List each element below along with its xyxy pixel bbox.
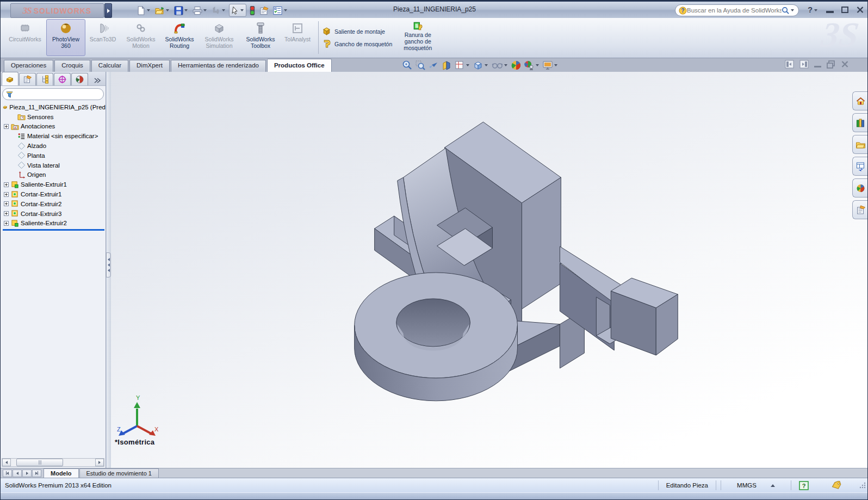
collapse-left-icon[interactable]: [785, 60, 794, 69]
tree-item-saliente-extruir2[interactable]: Saliente-Extruir2: [3, 219, 106, 229]
zoom-to-fit-icon[interactable]: [402, 60, 413, 71]
panel-splitter[interactable]: [107, 72, 111, 468]
window-controls: ?: [808, 5, 864, 14]
tree-item-material[interactable]: Material <sin especificar>: [3, 131, 106, 141]
solidworks-motion-button[interactable]: SolidWorks Motion: [120, 19, 162, 56]
display-manager-tab[interactable]: [71, 73, 88, 85]
tab-herramientas-renderizado[interactable]: Herramientas de renderizado: [171, 60, 266, 72]
scroll-left-arrow[interactable]: [2, 459, 11, 466]
tag-icon[interactable]: [830, 481, 842, 490]
help-icon[interactable]: ?: [808, 5, 819, 14]
tree-filter-box[interactable]: [2, 88, 104, 100]
solidworks-toolbox-button[interactable]: SolidWorks Toolbox: [241, 19, 280, 56]
minimize-button[interactable]: [826, 11, 834, 13]
design-library-tab[interactable]: [852, 113, 868, 132]
help-search-box[interactable]: ?: [675, 4, 799, 16]
saliente-de-montaje-button[interactable]: Saliente de montaje: [322, 27, 392, 36]
property-manager-tab[interactable]: [19, 73, 36, 85]
expand-toggle[interactable]: [4, 124, 9, 129]
display-style-icon[interactable]: [473, 60, 489, 71]
feature-tree-tab[interactable]: [2, 72, 18, 85]
search-options-caret[interactable]: [791, 9, 794, 11]
tree-item-saliente-extruir1[interactable]: Saliente-Extruir1: [3, 180, 106, 189]
view-orientation-icon[interactable]: [454, 60, 470, 71]
custom-properties-tab[interactable]: [852, 200, 868, 219]
motion-study-tab[interactable]: Estudio de movimiento 1: [79, 468, 159, 478]
photoview-360-button[interactable]: PhotoView 360: [46, 19, 85, 56]
part-3d-model[interactable]: [111, 72, 868, 468]
feature-tree: Pieza_11_INGENIERIA_p25 (Pred Sensores A…: [1, 102, 106, 231]
tree-item-anotaciones[interactable]: A Anotaciones: [3, 122, 106, 132]
tab-dimxpert[interactable]: DimXpert: [129, 60, 170, 72]
tree-item-cortar-extruir3[interactable]: Cortar-Extruir3: [3, 209, 106, 219]
tree-item-alzado[interactable]: Alzado: [3, 141, 106, 151]
ranura-gancho-mosqueton-label: Ranura de gancho de mosquetón: [398, 32, 438, 51]
scroll-right-arrow[interactable]: [95, 459, 104, 466]
office-products-toolbar: CircuitWorks PhotoView 360 ScanTo3D Soli…: [1, 18, 868, 58]
tolanalyst-button[interactable]: TolAnalyst: [280, 19, 315, 56]
previous-tab-button[interactable]: [13, 470, 22, 477]
solidworks-simulation-button[interactable]: SolidWorks Simulation: [197, 19, 241, 56]
model-tab[interactable]: Modelo: [44, 468, 79, 478]
solidworks-toolbox-icon: [255, 22, 266, 35]
solidworks-routing-button[interactable]: SolidWorks Routing: [162, 19, 197, 56]
tab-calcular[interactable]: Calcular: [91, 60, 128, 72]
first-tab-button[interactable]: [3, 470, 12, 477]
doc-minimize-button[interactable]: [814, 66, 821, 67]
doc-restore-button[interactable]: [827, 60, 835, 69]
ranura-gancho-mosqueton-icon: [413, 21, 423, 31]
section-view-icon[interactable]: [441, 60, 452, 71]
zoom-to-area-icon[interactable]: [415, 60, 426, 71]
doc-close-button[interactable]: [841, 60, 849, 68]
tree-item-vista-lateral[interactable]: Vista lateral: [3, 161, 106, 170]
next-tab-button[interactable]: [22, 470, 32, 477]
tab-productos-office[interactable]: Productos Office: [267, 59, 332, 72]
collapse-right-icon[interactable]: [799, 60, 809, 69]
panel-collapse-grip[interactable]: [106, 252, 111, 277]
dimxpert-manager-tab[interactable]: [54, 73, 71, 85]
previous-view-icon[interactable]: [428, 60, 439, 71]
part-icon: [3, 103, 8, 111]
resources-home-tab[interactable]: [852, 91, 868, 110]
expand-toggle[interactable]: [4, 182, 9, 187]
view-settings-icon[interactable]: [524, 60, 540, 71]
expand-toggle[interactable]: [4, 201, 9, 206]
close-button[interactable]: [856, 6, 864, 14]
quick-tip-icon[interactable]: ?: [799, 481, 809, 490]
view-palette-tab[interactable]: [852, 157, 868, 176]
editing-mode: Editando Pieza: [658, 480, 716, 490]
restore-button[interactable]: [841, 7, 848, 13]
graphics-viewport[interactable]: Y Z X *Isométrica: [111, 72, 868, 468]
circuitworks-button[interactable]: CircuitWorks: [4, 19, 46, 56]
rollback-bar[interactable]: [3, 229, 104, 231]
units-caret[interactable]: [771, 484, 775, 487]
scanto3d-button[interactable]: ScanTo3D: [85, 19, 120, 56]
expand-toggle[interactable]: [4, 211, 9, 216]
expand-toggle[interactable]: [4, 221, 9, 226]
expand-toggle[interactable]: [4, 192, 9, 197]
configuration-manager-tab[interactable]: [36, 73, 53, 85]
search-input[interactable]: [687, 7, 782, 14]
apply-scene-icon[interactable]: [511, 60, 522, 71]
scrollbar-thumb[interactable]: [16, 459, 63, 466]
panel-horizontal-scrollbar[interactable]: [2, 458, 104, 467]
tree-item-cortar-extruir1[interactable]: Cortar-Extruir1: [3, 189, 106, 199]
tree-root[interactable]: Pieza_11_INGENIERIA_p25 (Pred: [3, 102, 106, 112]
search-icon[interactable]: [782, 7, 790, 15]
tab-operaciones[interactable]: Operaciones: [4, 60, 53, 72]
tree-item-cortar-extruir2[interactable]: Cortar-Extruir2: [3, 199, 106, 209]
ranura-gancho-mosqueton-button[interactable]: Ranura de gancho de mosquetón: [398, 19, 438, 56]
units-selector[interactable]: MMGS: [721, 480, 791, 490]
tree-item-sensores[interactable]: Sensores: [3, 112, 106, 122]
tab-croquis[interactable]: Croquis: [54, 60, 90, 72]
tree-item-origen[interactable]: Origen: [3, 170, 106, 180]
hide-show-items-icon[interactable]: [491, 60, 509, 71]
last-tab-button[interactable]: [32, 470, 41, 477]
gancho-de-mosqueton-button[interactable]: Gancho de mosquetón: [322, 39, 392, 48]
tree-item-planta[interactable]: Planta: [3, 151, 106, 161]
panel-tabs-overflow-chevron[interactable]: [90, 78, 104, 85]
file-explorer-tab[interactable]: [852, 135, 868, 154]
camera-render-icon[interactable]: [542, 60, 559, 71]
resize-grip[interactable]: [859, 482, 866, 489]
appearances-scenes-tab[interactable]: [852, 178, 868, 197]
